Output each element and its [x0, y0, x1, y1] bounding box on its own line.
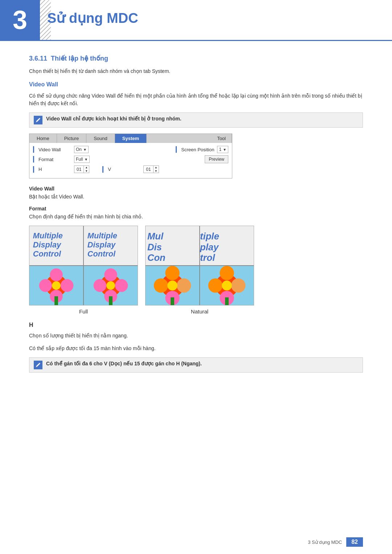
ui-bar-h — [33, 166, 34, 173]
full-cell-3 — [29, 266, 83, 305]
ui-select-screen-pos[interactable]: 1 ▼ — [217, 146, 228, 153]
svg-point-41 — [208, 278, 222, 292]
full-mdc-svg-1: Multiple Display Control — [29, 226, 83, 265]
svg-point-39 — [231, 278, 245, 292]
natural-cell-2: tiple play trol — [200, 226, 254, 265]
natural-mdc-svg-1: Mul Dis Con — [146, 226, 199, 265]
ui-select-format[interactable]: Full ▼ — [74, 156, 90, 163]
svg-point-17 — [115, 279, 128, 292]
ui-label-v: V — [108, 167, 140, 172]
ui-row-format: Format Full ▼ Preview — [33, 155, 228, 163]
preview-button[interactable]: Preview — [205, 155, 228, 163]
note-icon — [34, 116, 42, 124]
footer-text: 3 Sử dụng MDC — [308, 539, 342, 545]
svg-point-33 — [154, 278, 168, 292]
intro-text: Chọn thiết bị hiển thị từ danh sách nhóm… — [29, 68, 363, 74]
h-section-label: H — [29, 322, 363, 328]
chapter-title: Sử dụng MDC — [47, 10, 138, 26]
svg-point-8 — [50, 268, 63, 282]
natural-cell-3 — [146, 266, 199, 305]
svg-rect-21 — [109, 296, 113, 305]
svg-text:Mul: Mul — [147, 231, 164, 241]
screen-pos-arrow: ▼ — [223, 148, 226, 152]
h-value: 01 — [74, 166, 83, 173]
full-mdc-svg-3 — [29, 266, 83, 305]
ui-label-h: H — [38, 167, 71, 172]
svg-point-34 — [167, 280, 177, 291]
svg-point-11 — [39, 279, 52, 292]
ui-bar-v — [102, 166, 103, 173]
tab-tool[interactable]: Tool — [211, 134, 232, 143]
format-arrow: ▼ — [84, 157, 88, 161]
main-content: 3.6.11 Thiết lập hệ thống Chọn thiết bị … — [29, 54, 363, 378]
v-spinner[interactable]: 01 ▲ ▼ — [143, 165, 159, 173]
note-icon-h — [34, 361, 42, 369]
bold-desc-vw: Bật hoặc tắt Video Wall. — [29, 193, 363, 201]
full-mdc-svg-2: Multiple Display Control — [84, 226, 138, 265]
full-image-col: Multiple Display Control Multiple Displa… — [29, 226, 138, 315]
screen-pos-value: 1 — [219, 147, 221, 152]
ui-body: Video Wall On ▼ Screen Position 1 ▼ Form… — [29, 143, 232, 178]
h-desc1: Chọn số lượng thiết bị hiển thị nằm ngan… — [29, 332, 363, 340]
v-spinner-buttons[interactable]: ▲ ▼ — [153, 166, 159, 173]
natural-flower-svg-1 — [146, 266, 199, 305]
section-heading: 3.6.11 Thiết lập hệ thống — [29, 54, 363, 62]
v-down-button[interactable]: ▼ — [154, 169, 159, 173]
v-up-button[interactable]: ▲ — [154, 166, 159, 169]
format-value: Full — [76, 157, 83, 162]
svg-point-42 — [222, 280, 232, 291]
natural-mdc-svg-2: tiple play trol — [200, 226, 254, 265]
svg-point-19 — [94, 279, 107, 292]
ui-label-format: Format — [38, 157, 71, 162]
h-down-button[interactable]: ▼ — [84, 169, 89, 173]
vw-dropdown-arrow: ▼ — [83, 148, 87, 152]
ui-select-vw-value[interactable]: On ▼ — [74, 146, 89, 153]
natural-display: Mul Dis Con tiple play trol — [145, 226, 254, 305]
full-cell-4 — [84, 266, 138, 305]
page-footer: 3 Sử dụng MDC 82 — [308, 537, 363, 547]
ui-bar-vw — [33, 146, 34, 153]
chapter-divider — [0, 40, 392, 41]
svg-text:Multiple: Multiple — [33, 231, 63, 240]
tab-home[interactable]: Home — [29, 134, 57, 143]
svg-point-20 — [106, 281, 115, 290]
note-box-h: Có thể gán tối đa 6 cho V (Dọc) nếu 15 đ… — [29, 357, 363, 373]
tab-sound[interactable]: Sound — [86, 134, 115, 143]
svg-text:tiple: tiple — [200, 231, 219, 241]
svg-rect-13 — [54, 296, 58, 305]
full-cell-2: Multiple Display Control — [84, 226, 138, 265]
h-spinner[interactable]: 01 ▲ ▼ — [74, 165, 89, 173]
vw-on-value: On — [76, 147, 82, 152]
ui-row-hv: H 01 ▲ ▼ V 01 ▲ ▼ — [33, 165, 228, 173]
ui-bar-format — [33, 156, 34, 163]
note-text: Video Wall chỉ được kích hoạt khi thiết … — [46, 116, 181, 122]
svg-point-30 — [165, 266, 179, 280]
full-mdc-svg-4 — [84, 266, 138, 305]
natural-cell-4 — [200, 266, 254, 305]
full-cell-1: Multiple Display Control — [29, 226, 83, 265]
v-value: 01 — [144, 166, 153, 173]
ui-bar-sp — [176, 146, 177, 153]
h-spinner-buttons[interactable]: ▲ ▼ — [83, 166, 89, 173]
ui-label-vw: Video Wall — [38, 147, 71, 152]
h-desc2: Có thể sắp xếp được tối đa 15 màn hình v… — [29, 345, 363, 352]
ui-panel: Home Picture Sound System Tool Video Wal… — [29, 134, 232, 178]
video-wall-description: Có thể sử dụng chức năng Video Wall để h… — [29, 92, 363, 107]
svg-text:trol: trol — [200, 253, 215, 263]
h-up-button[interactable]: ▲ — [84, 166, 89, 169]
svg-text:play: play — [200, 242, 219, 252]
tab-picture[interactable]: Picture — [57, 134, 86, 143]
svg-text:Control: Control — [33, 249, 61, 258]
svg-point-31 — [177, 278, 191, 292]
svg-text:Dis: Dis — [147, 242, 162, 252]
ui-tabs: Home Picture Sound System Tool — [29, 134, 232, 143]
tab-system[interactable]: System — [115, 134, 147, 143]
ui-row-videowall: Video Wall On ▼ Screen Position 1 ▼ — [33, 146, 228, 153]
svg-rect-35 — [171, 297, 174, 305]
chapter-number: 3 — [13, 5, 27, 35]
svg-text:Control: Control — [87, 249, 116, 258]
page-number: 82 — [346, 537, 363, 547]
bold-label-format: Format — [29, 206, 363, 212]
svg-point-9 — [61, 279, 74, 292]
pencil-icon-h — [35, 362, 41, 368]
